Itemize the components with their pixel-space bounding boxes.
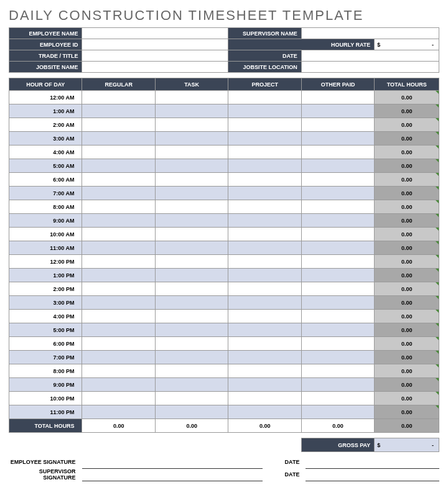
other-cell[interactable] [301,255,374,269]
other-cell[interactable] [301,146,374,159]
other-cell[interactable] [301,269,374,282]
project-cell[interactable] [228,104,301,118]
other-cell[interactable] [301,310,374,323]
task-cell[interactable] [155,296,228,310]
regular-cell[interactable] [82,118,155,132]
other-cell[interactable] [301,159,374,173]
regular-cell[interactable] [82,104,155,118]
task-cell[interactable] [155,255,228,269]
task-cell[interactable] [155,118,228,132]
other-cell[interactable] [301,104,374,118]
other-cell[interactable] [301,132,374,146]
project-cell[interactable] [228,337,301,351]
regular-cell[interactable] [82,405,155,419]
task-cell[interactable] [155,146,228,159]
other-cell[interactable] [301,200,374,214]
jobsite-name-field[interactable] [82,62,228,73]
regular-cell[interactable] [82,323,155,337]
project-cell[interactable] [228,200,301,214]
project-cell[interactable] [228,187,301,200]
regular-cell[interactable] [82,364,155,378]
other-cell[interactable] [301,323,374,337]
regular-cell[interactable] [82,351,155,364]
other-cell[interactable] [301,91,374,104]
sup-date-field[interactable] [306,468,439,481]
other-cell[interactable] [301,351,374,364]
regular-cell[interactable] [82,228,155,241]
other-cell[interactable] [301,241,374,255]
task-cell[interactable] [155,364,228,378]
supervisor-signature-field[interactable] [82,468,263,481]
task-cell[interactable] [155,91,228,104]
project-cell[interactable] [228,310,301,323]
task-cell[interactable] [155,310,228,323]
task-cell[interactable] [155,228,228,241]
project-cell[interactable] [228,282,301,296]
task-cell[interactable] [155,351,228,364]
project-cell[interactable] [228,241,301,255]
task-cell[interactable] [155,104,228,118]
other-cell[interactable] [301,187,374,200]
project-cell[interactable] [228,392,301,405]
project-cell[interactable] [228,364,301,378]
regular-cell[interactable] [82,173,155,187]
regular-cell[interactable] [82,187,155,200]
regular-cell[interactable] [82,296,155,310]
project-cell[interactable] [228,146,301,159]
regular-cell[interactable] [82,392,155,405]
other-cell[interactable] [301,392,374,405]
regular-cell[interactable] [82,132,155,146]
task-cell[interactable] [155,159,228,173]
other-cell[interactable] [301,228,374,241]
project-cell[interactable] [228,214,301,228]
emp-date-field[interactable] [306,456,439,468]
task-cell[interactable] [155,200,228,214]
other-cell[interactable] [301,364,374,378]
regular-cell[interactable] [82,337,155,351]
regular-cell[interactable] [82,269,155,282]
regular-cell[interactable] [82,241,155,255]
hourly-rate-field[interactable]: $ - [375,39,439,50]
other-cell[interactable] [301,296,374,310]
other-cell[interactable] [301,173,374,187]
project-cell[interactable] [228,323,301,337]
project-cell[interactable] [228,255,301,269]
task-cell[interactable] [155,132,228,146]
project-cell[interactable] [228,351,301,364]
task-cell[interactable] [155,392,228,405]
project-cell[interactable] [228,173,301,187]
regular-cell[interactable] [82,282,155,296]
project-cell[interactable] [228,159,301,173]
task-cell[interactable] [155,337,228,351]
other-cell[interactable] [301,282,374,296]
project-cell[interactable] [228,269,301,282]
trade-title-field[interactable] [82,50,228,62]
regular-cell[interactable] [82,255,155,269]
task-cell[interactable] [155,269,228,282]
project-cell[interactable] [228,91,301,104]
task-cell[interactable] [155,214,228,228]
other-cell[interactable] [301,214,374,228]
project-cell[interactable] [228,296,301,310]
project-cell[interactable] [228,118,301,132]
regular-cell[interactable] [82,146,155,159]
regular-cell[interactable] [82,159,155,173]
other-cell[interactable] [301,378,374,392]
jobsite-location-field[interactable] [301,62,439,73]
task-cell[interactable] [155,323,228,337]
task-cell[interactable] [155,241,228,255]
other-cell[interactable] [301,405,374,419]
regular-cell[interactable] [82,378,155,392]
employee-signature-field[interactable] [82,456,263,468]
regular-cell[interactable] [82,200,155,214]
task-cell[interactable] [155,187,228,200]
date-field[interactable] [301,50,439,62]
project-cell[interactable] [228,378,301,392]
task-cell[interactable] [155,378,228,392]
regular-cell[interactable] [82,310,155,323]
project-cell[interactable] [228,405,301,419]
task-cell[interactable] [155,405,228,419]
employee-id-field[interactable] [82,39,228,50]
project-cell[interactable] [228,132,301,146]
task-cell[interactable] [155,173,228,187]
